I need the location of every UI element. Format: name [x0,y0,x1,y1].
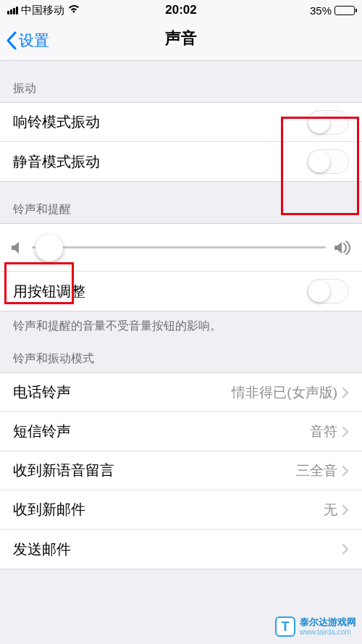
volume-slider[interactable] [32,246,326,248]
row-label: 发送邮件 [13,540,337,559]
group-ringer: 用按钮调整 [0,223,362,311]
row-vibrate-silent[interactable]: 静音模式振动 [0,142,362,181]
row-label: 收到新语音留言 [13,461,296,480]
chevron-right-icon [342,426,349,438]
back-button[interactable]: 设置 [0,30,49,51]
row-label: 电话铃声 [13,382,232,402]
row-value: 三全音 [296,461,337,480]
row-label: 短信铃声 [13,422,310,441]
page-title: 声音 [165,28,197,49]
section-header-vibration: 振动 [0,61,362,102]
row-ringtone[interactable]: 电话铃声 情非得已(女声版) [0,373,362,412]
nav-bar: 设置 声音 [0,20,362,61]
wifi-icon [67,4,80,17]
ringer-note: 铃声和提醒的音量不受音量按钮的影响。 [0,311,362,341]
watermark-url: www.tairda.com [300,628,356,636]
chevron-right-icon [342,543,349,555]
toggle-vibrate-ring[interactable] [307,110,349,135]
watermark-name: 泰尔达游戏网 [300,617,356,627]
battery-pct: 35% [310,4,332,17]
toggle-change-with-buttons[interactable] [307,279,349,304]
status-left: 中国移动 [7,4,165,17]
chevron-right-icon [342,465,349,477]
row-voicemail[interactable]: 收到新语音留言 三全音 [0,451,362,490]
group-patterns: 电话铃声 情非得已(女声版) 短信铃声 音符 收到新语音留言 三全音 收到新邮件… [0,372,362,569]
row-label: 收到新邮件 [13,500,324,519]
row-value: 无 [324,501,337,519]
battery-icon [334,6,355,15]
row-label: 静音模式振动 [13,152,307,172]
back-label: 设置 [19,30,49,51]
carrier-label: 中国移动 [21,4,64,17]
row-value: 情非得已(女声版) [232,383,337,402]
status-bar: 中国移动 20:02 35% [0,0,362,20]
row-change-with-buttons[interactable]: 用按钮调整 [0,272,362,311]
row-new-mail[interactable]: 收到新邮件 无 [0,490,362,530]
row-label: 响铃模式振动 [13,112,307,132]
watermark: T 泰尔达游戏网 www.tairda.com [275,616,356,637]
chevron-right-icon [342,387,349,398]
status-time: 20:02 [165,3,196,17]
row-sent-mail[interactable]: 发送邮件 [0,530,362,569]
group-vibration: 响铃模式振动 静音模式振动 [0,102,362,182]
signal-icon [7,7,18,14]
section-header-ringer: 铃声和提醒 [0,182,362,223]
chevron-right-icon [342,504,349,516]
row-label: 用按钮调整 [13,282,307,301]
row-value: 音符 [310,422,337,441]
volume-low-icon [10,240,25,256]
section-header-patterns: 铃声和振动模式 [0,341,362,372]
row-volume-slider [0,224,362,272]
volume-high-icon [333,240,352,256]
chevron-left-icon [6,31,17,50]
toggle-vibrate-silent[interactable] [307,149,349,174]
row-text-tone[interactable]: 短信铃声 音符 [0,412,362,451]
row-vibrate-ring[interactable]: 响铃模式振动 [0,103,362,142]
watermark-logo: T [275,616,295,637]
status-right: 35% [197,4,355,17]
slider-thumb[interactable] [35,234,63,262]
